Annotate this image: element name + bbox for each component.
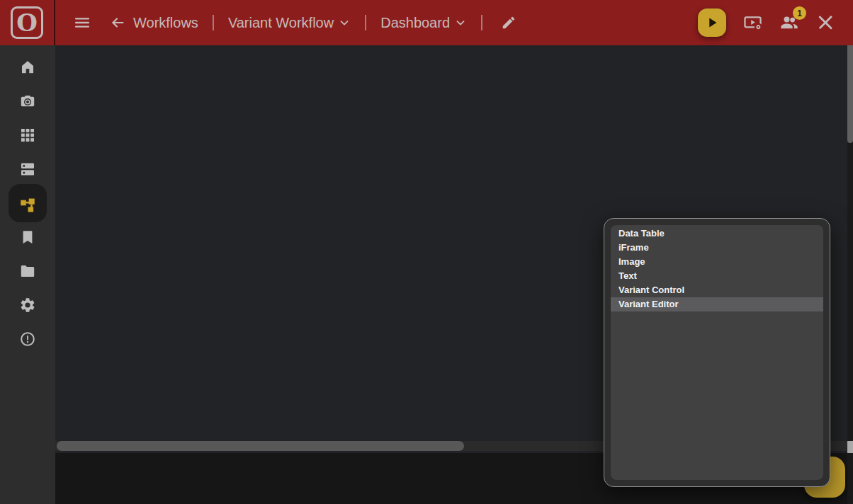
- breadcrumb-divider: [481, 15, 482, 30]
- widget-picker-listbox: Data Table iFrame Image Text Variant Con…: [611, 225, 823, 480]
- bookmark-icon: [19, 229, 36, 246]
- breadcrumb-workflows[interactable]: Workflows: [133, 15, 198, 31]
- vertical-scrollbar-thumb[interactable]: [847, 45, 853, 143]
- logo-icon: O: [11, 6, 43, 39]
- sidebar-item-home[interactable]: [0, 50, 55, 84]
- chevron-down-icon[interactable]: [338, 16, 351, 29]
- sidebar-item-workflows[interactable]: [0, 186, 55, 220]
- top-app-bar: O Workflows Variant Workflow Dashboard: [0, 0, 853, 45]
- presence-count-badge: 1: [793, 6, 806, 20]
- exit-edit-icon[interactable]: [816, 13, 835, 32]
- collaborators-icon[interactable]: 1: [779, 13, 799, 33]
- widget-option-data-table[interactable]: Data Table: [611, 227, 823, 241]
- dashboard-selector[interactable]: Dashboard: [380, 15, 450, 31]
- widget-picker-panel: Data Table iFrame Image Text Variant Con…: [604, 218, 830, 487]
- edit-icon[interactable]: [501, 15, 516, 30]
- sidebar-item-bookmarks[interactable]: [0, 220, 55, 254]
- app-window: O Workflows Variant Workflow Dashboard: [0, 0, 853, 504]
- nav-rail: [0, 45, 55, 504]
- widget-option-iframe[interactable]: iFrame: [611, 241, 823, 255]
- breadcrumb-divider: [365, 15, 366, 30]
- sidebar-item-devices[interactable]: [0, 152, 55, 186]
- app-logo: O: [0, 0, 55, 45]
- menu-icon[interactable]: [74, 14, 91, 31]
- sidebar-item-files[interactable]: [0, 254, 55, 288]
- widget-option-image[interactable]: Image: [611, 255, 823, 269]
- horizontal-scrollbar-thumb[interactable]: [57, 441, 464, 451]
- widget-option-variant-control[interactable]: Variant Control: [611, 283, 823, 297]
- breadcrumb-divider: [213, 15, 214, 30]
- chevron-down-icon[interactable]: [454, 16, 467, 29]
- sidebar-item-apps[interactable]: [0, 118, 55, 152]
- workflow-schema-icon: [9, 184, 47, 222]
- widget-option-variant-editor[interactable]: Variant Editor: [611, 297, 823, 311]
- back-arrow-icon[interactable]: [109, 14, 126, 31]
- home-icon: [19, 59, 36, 76]
- folder-icon: [19, 263, 36, 280]
- gear-icon: [19, 297, 36, 314]
- camera-icon: [19, 93, 36, 110]
- dns-icon: [19, 161, 36, 178]
- video-settings-icon[interactable]: [743, 13, 762, 33]
- scrollbar-corner: [847, 441, 853, 453]
- run-workflow-button[interactable]: [698, 8, 726, 37]
- apps-grid-icon: [19, 127, 36, 144]
- widget-option-text[interactable]: Text: [611, 269, 823, 283]
- workflow-selector[interactable]: Variant Workflow: [228, 15, 334, 31]
- sidebar-item-alerts[interactable]: [0, 322, 55, 356]
- header-actions: 1: [698, 8, 853, 37]
- sidebar-item-settings[interactable]: [0, 288, 55, 322]
- error-icon: [19, 331, 36, 348]
- logo-letter: O: [14, 11, 40, 35]
- sidebar-item-snapshots[interactable]: [0, 84, 55, 118]
